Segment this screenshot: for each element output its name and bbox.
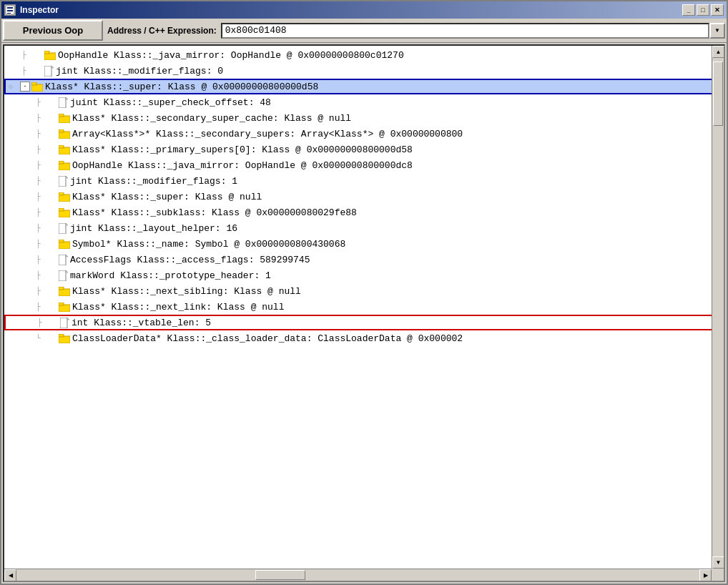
address-bar: Address / C++ Expression: ▼ [103, 20, 725, 41]
scroll-down-button[interactable]: ▼ [712, 556, 724, 569]
scroll-thumb-h[interactable] [255, 570, 305, 580]
doc-icon [59, 223, 68, 234]
tree-item-text: Klass* Klass::_subklass: Klass @ 0x00000… [72, 207, 357, 218]
svg-rect-23 [59, 192, 64, 195]
connector-line: ├ [36, 161, 47, 169]
svg-rect-26 [59, 223, 66, 234]
tree-item-text: OopHandle Klass::_java_mirror: OopHandle… [58, 50, 404, 61]
connector-line: ├ [36, 192, 47, 201]
svg-rect-2 [7, 10, 13, 11]
vertical-scrollbar: ▲ ▼ [712, 46, 724, 569]
tree-row[interactable]: ├ OopHandle Klass::_java_mirror: OopHand… [4, 157, 724, 173]
svg-marker-7 [51, 66, 54, 68]
tree-row[interactable]: ├ jint Klass::_modifier_flags: 0 [4, 63, 724, 79]
tree-row[interactable]: ├ OopHandle Klass::_java_mirror: OopHand… [4, 47, 724, 63]
tree-item-text: Klass* Klass::_primary_supers[0]: Klass … [72, 144, 413, 155]
tree-item-text: jint Klass::_modifier_flags: 1 [70, 176, 237, 187]
scroll-right-button[interactable]: ▶ [699, 569, 712, 581]
inspector-window: Inspector _ □ ✕ Previous Oop Address / C… [0, 0, 728, 585]
svg-rect-5 [44, 51, 49, 54]
close-button[interactable]: ✕ [711, 4, 724, 16]
tree-item-text: Klass* Klass::_super: Klass @ null [72, 192, 262, 202]
scroll-track-v [712, 58, 724, 556]
svg-rect-35 [59, 287, 64, 290]
doc-icon [59, 97, 68, 108]
connector-line: ├ [36, 287, 47, 295]
svg-marker-27 [66, 223, 68, 225]
svg-rect-13 [59, 114, 64, 117]
connector-line: ├ [36, 271, 47, 280]
svg-rect-9 [31, 82, 36, 85]
tree-row[interactable]: ├ jint Klass::_modifier_flags: 1 [4, 173, 724, 189]
svg-rect-37 [59, 303, 64, 305]
tree-row[interactable]: ├ Klass* Klass::_subklass: Klass @ 0x000… [4, 205, 724, 220]
tree-row[interactable]: └ ClassLoaderData* Klass::_class_loader_… [4, 330, 724, 346]
folder-icon [59, 334, 70, 343]
window-title: Inspector [20, 5, 59, 15]
tree-row[interactable]: ├ juint Klass::_super_check_offset: 48 [4, 94, 724, 110]
tree-row[interactable]: ├ jint Klass::_layout_helper: 16 [4, 220, 724, 236]
connector-line: ├ [36, 240, 47, 248]
maximize-button[interactable]: □ [697, 4, 709, 16]
scroll-thumb-v[interactable] [713, 62, 723, 126]
svg-marker-33 [66, 270, 68, 272]
minimize-button[interactable]: _ [682, 4, 695, 16]
connector-line: ├ [36, 98, 47, 107]
connector-line: ├ [36, 145, 47, 154]
tree-item-text: Klass* Klass::_super: Klass @ 0x00000000… [45, 82, 318, 92]
title-buttons: _ □ ✕ [682, 4, 724, 16]
folder-icon [59, 240, 70, 249]
svg-marker-31 [66, 255, 68, 257]
tree-content[interactable]: ├ OopHandle Klass::_java_mirror: OopHand… [4, 46, 724, 581]
svg-rect-3 [7, 13, 11, 14]
tree-row[interactable]: ├ AccessFlags Klass::_access_flags: 5892… [4, 252, 724, 267]
tree-item-text: Klass* Klass::_next_sibling: Klass @ nul… [72, 286, 301, 297]
previous-oop-button[interactable]: Previous Oop [3, 20, 103, 41]
doc-icon [44, 66, 54, 77]
chevron-down-icon: ▼ [714, 27, 720, 34]
svg-marker-39 [67, 318, 69, 320]
connector-line: ├ [21, 51, 33, 59]
tree-row[interactable]: ├ Symbol* Klass::_name: Symbol @ 0x00000… [4, 236, 724, 252]
connector-line: ├ [36, 177, 47, 185]
tree-row[interactable]: ├ int Klass::_vtable_len: 5 [4, 315, 724, 330]
tree-row[interactable]: ├ Array<Klass*>* Klass::_secondary_super… [4, 126, 724, 142]
folder-icon [59, 208, 70, 217]
title-bar-left: Inspector [4, 4, 59, 16]
connector-line: ├ [36, 129, 47, 138]
tree-row[interactable]: ├ Klass* Klass::_secondary_super_cache: … [4, 110, 724, 126]
tree-item-text: Klass* Klass::_next_link: Klass @ null [72, 302, 284, 313]
tree-row[interactable]: ├ Klass* Klass::_next_link: Klass @ null [4, 299, 724, 315]
scroll-corner [712, 569, 724, 581]
tree-row[interactable]: ├ Klass* Klass::_next_sibling: Klass @ n… [4, 283, 724, 299]
tree-row[interactable]: ◇ - Klass* Klass::_super: Klass @ 0x0000… [4, 79, 724, 94]
svg-rect-30 [59, 255, 66, 265]
folder-icon [59, 303, 70, 312]
svg-rect-20 [59, 176, 66, 187]
tree-row[interactable]: ├ Klass* Klass::_super: Klass @ null [4, 189, 724, 205]
main-area: ├ OopHandle Klass::_java_mirror: OopHand… [1, 43, 727, 584]
svg-rect-38 [60, 318, 67, 328]
address-input[interactable] [221, 23, 709, 39]
tree-row[interactable]: ├ Klass* Klass::_primary_supers[0]: Klas… [4, 142, 724, 157]
address-dropdown-button[interactable]: ▼ [709, 23, 725, 39]
connector-line: ├ [36, 208, 47, 217]
tree-item-text: OopHandle Klass::_java_mirror: OopHandle… [72, 160, 413, 171]
tree-item-text: jint Klass::_modifier_flags: 0 [56, 66, 223, 77]
tree-item-text: markWord Klass::_prototype_header: 1 [70, 270, 271, 281]
svg-rect-25 [59, 208, 64, 211]
horizontal-scrollbar: ◀ ▶ [4, 569, 712, 581]
tree-panel: ├ OopHandle Klass::_java_mirror: OopHand… [3, 44, 725, 582]
tree-item-text: ClassLoaderData* Klass::_class_loader_da… [72, 333, 463, 344]
svg-rect-29 [59, 240, 64, 242]
tree-row[interactable]: ├ markWord Klass::_prototype_header: 1 [4, 267, 724, 283]
expand-indicator: ◇ [9, 82, 19, 91]
scroll-left-button[interactable]: ◀ [4, 569, 16, 581]
tree-item-text: int Klass::_vtable_len: 5 [72, 318, 211, 328]
tree-item-text: AccessFlags Klass::_access_flags: 589299… [70, 255, 310, 265]
scroll-up-button[interactable]: ▲ [712, 46, 724, 58]
folder-icon [31, 82, 43, 92]
expand-button[interactable]: - [20, 82, 30, 92]
folder-icon [59, 145, 70, 154]
tree-item-text: Klass* Klass::_secondary_super_cache: Kl… [72, 113, 351, 124]
